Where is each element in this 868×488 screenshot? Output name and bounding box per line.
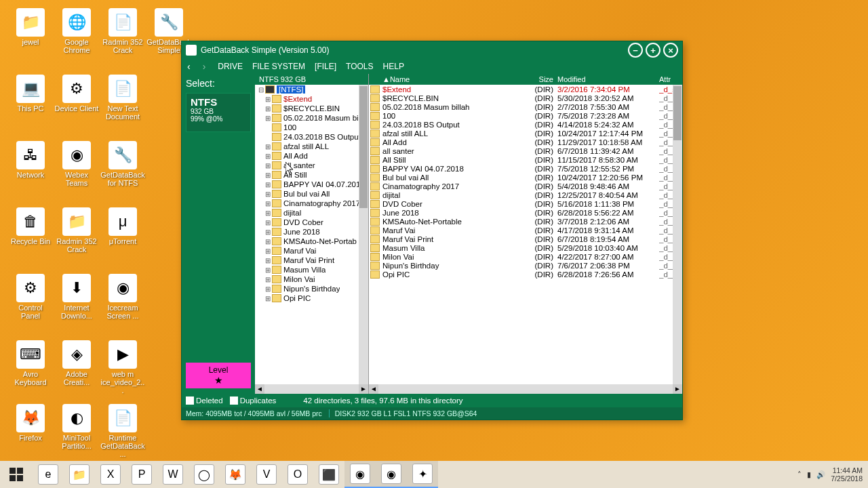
table-row[interactable]: $RECYCLE.BIN(DIR)5/30/2018 3:20:52 AM_d_… (369, 94, 682, 102)
taskbar-app[interactable]: ◯ (189, 461, 220, 488)
tree-item[interactable]: ⊞June 2018 (255, 227, 368, 237)
table-row[interactable]: Masum Villa(DIR)5/29/2018 10:03:40 AM_d_… (369, 243, 682, 252)
expand-icon[interactable]: ⊞ (264, 247, 271, 255)
taskbar-app[interactable]: ✦ (407, 461, 438, 488)
desktop-icon[interactable]: 🖧Network (8, 141, 53, 179)
desktop-icon[interactable]: 📄Runtime GetDataBack... (100, 404, 145, 458)
tree-item[interactable]: ⊞Cinamatography 2017 (255, 199, 368, 208)
expand-icon[interactable]: ⊞ (264, 171, 271, 179)
deleted-checkbox[interactable]: Deleted (186, 396, 223, 405)
expand-icon[interactable]: ⊞ (264, 257, 271, 264)
system-tray[interactable]: ˄ ▮ 🔊 11:44 AM 7/25/2018 (797, 466, 868, 483)
table-row[interactable]: Cinamatography 2017(DIR)5/4/2018 9:48:46… (369, 182, 682, 190)
desktop-icon[interactable]: 📁Radmin 352 Crack (54, 207, 99, 253)
tree-item[interactable]: ⊞$Extend (255, 94, 368, 104)
expand-icon[interactable]: ⊞ (264, 266, 271, 274)
expand-icon[interactable]: ⊞ (264, 115, 271, 122)
table-row[interactable]: Maruf Vai(DIR)4/17/2018 9:31:14 AM_d__ (369, 226, 682, 235)
taskbar-app[interactable]: ⬛ (313, 461, 344, 488)
desktop-icon[interactable]: 🌐Google Chrome (54, 8, 99, 54)
tree-item[interactable]: ⊞all santer (255, 161, 368, 170)
tray-volume-icon[interactable]: 🔊 (816, 470, 825, 479)
tree-item[interactable]: ⊞afzal still ALL (255, 142, 368, 151)
table-row[interactable]: KMSAuto-Net-Portable(DIR)3/7/2018 2:12:0… (369, 217, 682, 226)
table-row[interactable]: Opi PIC(DIR)6/28/2018 7:26:56 AM_d__ (369, 270, 682, 279)
list-header[interactable]: ▲Name Size Modified Attr (369, 74, 682, 85)
desktop-icon[interactable]: ▶web m ice_video_2... (100, 340, 145, 394)
table-row[interactable]: all santer(DIR)6/7/2018 11:39:42 AM_d__ (369, 146, 682, 155)
tree-item[interactable]: ⊞$RECYCLE.BIN (255, 104, 368, 113)
desktop-icon[interactable]: μμTorrent (100, 207, 145, 245)
desktop-icon[interactable]: 📄Radmin 352 Crack (100, 8, 145, 54)
col-size[interactable]: Size (528, 75, 557, 83)
expand-icon[interactable]: ⊞ (264, 228, 271, 236)
expand-icon[interactable]: ⊞ (264, 190, 271, 198)
list-scrollbar[interactable] (673, 85, 682, 384)
table-row[interactable]: Milon Vai(DIR)4/22/2017 8:27:00 AM_d__ (369, 252, 682, 261)
table-row[interactable]: All Still(DIR)11/15/2017 8:58:30 AM_d__ (369, 155, 682, 164)
clock[interactable]: 11:44 AM 7/25/2018 (831, 466, 863, 483)
expand-icon[interactable]: ⊞ (264, 152, 271, 160)
tree-item[interactable]: ⊞Milon Vai (255, 274, 368, 284)
table-row[interactable]: Maruf Vai Print(DIR)6/7/2018 8:19:54 AM_… (369, 235, 682, 243)
desktop-icon[interactable]: 🔧GetDataBack for NTFS (100, 141, 145, 187)
tree-item[interactable]: ⊞Nipun's Birthday (255, 284, 368, 293)
taskbar-app[interactable]: P (126, 461, 157, 488)
expand-icon[interactable]: ⊞ (264, 96, 271, 103)
nav-back-icon[interactable]: ‹ (187, 61, 191, 72)
tree-item[interactable]: ⊞Maruf Vai Print (255, 256, 368, 265)
table-row[interactable]: $Extend(DIR)3/2/2016 7:34:04 PM_d_s (369, 85, 682, 94)
menu-tools[interactable]: TOOLS (346, 62, 373, 71)
list-hscroll[interactable]: ◄► (369, 384, 682, 394)
nav-forward-icon[interactable]: › (203, 61, 206, 72)
taskbar-app[interactable]: e (33, 461, 64, 488)
col-name[interactable]: ▲Name (369, 75, 528, 83)
taskbar-app[interactable]: W (157, 461, 189, 488)
tree-item[interactable]: ⊞dijital (255, 208, 368, 218)
desktop-icon[interactable]: 🦊Firefox (8, 404, 53, 442)
level-button[interactable]: Level ★ (186, 363, 251, 388)
table-row[interactable]: afzal still ALL(DIR)10/24/2017 12:17:44 … (369, 129, 682, 138)
table-row[interactable]: dijital(DIR)12/25/2017 8:40:54 AM_d__ (369, 190, 682, 199)
menu-filesystem[interactable]: FILE SYSTEM (252, 62, 305, 71)
tree-scrollbar[interactable] (359, 85, 368, 384)
tree-item[interactable]: 24.03.2018 BS Output (255, 132, 368, 142)
expand-icon[interactable]: ⊞ (264, 238, 271, 245)
drive-box[interactable]: NTFS 932 GB 99% @0% (186, 93, 251, 132)
desktop-icon[interactable]: ◈Adobe Creati... (54, 340, 99, 386)
expand-icon[interactable]: ⊞ (264, 181, 271, 188)
tree-item[interactable]: ⊞Masum Villa (255, 265, 368, 274)
desktop-icon[interactable]: 💻This PC (8, 75, 53, 113)
expand-icon[interactable]: ⊞ (264, 285, 271, 293)
tree-item[interactable]: ⊞All Still (255, 170, 368, 180)
desktop-icon[interactable]: ⚙Control Panel (8, 274, 53, 320)
duplicates-checkbox[interactable]: Duplicates (230, 396, 277, 405)
tree-hscroll[interactable]: ◄► (255, 384, 368, 394)
taskbar-app[interactable]: 🦊 (220, 461, 251, 488)
desktop-icon[interactable]: ⚙Device Client (54, 75, 99, 113)
table-row[interactable]: 24.03.2018 BS Output(DIR)4/14/2018 5:24:… (369, 120, 682, 129)
desktop-icon[interactable]: 📄New Text Document (100, 75, 145, 121)
taskbar-app[interactable]: O (282, 461, 313, 488)
desktop-icon[interactable]: ⬇Internet Downlo... (54, 274, 99, 320)
tree-item[interactable]: ⊞All Add (255, 151, 368, 161)
table-row[interactable]: Bul bul vai All(DIR)10/24/2017 12:20:56 … (369, 173, 682, 182)
tree-item[interactable]: ⊞Bul bul vai All (255, 189, 368, 199)
maximize-button[interactable]: + (646, 43, 660, 58)
col-modified[interactable]: Modified (557, 75, 659, 83)
table-row[interactable]: Nipun's Birthday(DIR)7/6/2017 2:06:38 PM… (369, 261, 682, 270)
minimize-button[interactable]: − (628, 43, 643, 58)
table-row[interactable]: 05.02.2018 Masum billah(DIR)2/7/2018 7:5… (369, 102, 682, 111)
taskbar-app[interactable]: ◉ (344, 461, 376, 488)
table-row[interactable]: BAPPY VAI 04.07.2018(DIR)7/5/2018 12:55:… (369, 164, 682, 173)
start-button[interactable] (0, 461, 33, 488)
tree-item[interactable]: ⊞BAPPY VAI 04.07.2018 (255, 180, 368, 189)
table-row[interactable]: June 2018(DIR)6/28/2018 5:56:22 AM_d__ (369, 208, 682, 217)
tree-item[interactable]: ⊞Opi PIC (255, 293, 368, 303)
tree-item[interactable]: ⊞KMSAuto-Net-Portab (255, 237, 368, 246)
expand-icon[interactable]: ⊞ (264, 295, 271, 302)
taskbar-app[interactable]: ◉ (376, 461, 407, 488)
expand-icon[interactable]: ⊞ (264, 276, 271, 283)
expand-icon[interactable]: ⊞ (264, 219, 271, 226)
tree-item[interactable]: ⊞05.02.2018 Masum bi (255, 113, 368, 123)
